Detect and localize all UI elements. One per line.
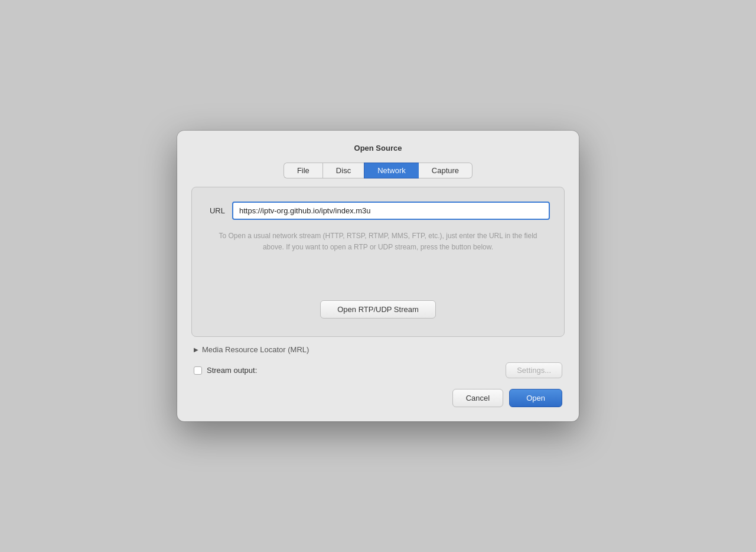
stream-output-row: Stream output: Settings... xyxy=(191,362,565,378)
tab-network[interactable]: Network xyxy=(364,163,419,178)
url-input[interactable] xyxy=(232,202,550,220)
tabs-row: File Disc Network Capture xyxy=(191,163,565,178)
hint-text: To Open a usual network stream (HTTP, RT… xyxy=(206,230,550,253)
url-row: URL xyxy=(206,202,550,220)
action-row: Cancel Open xyxy=(191,389,565,407)
stream-output-label: Stream output: xyxy=(207,366,257,375)
stream-left: Stream output: xyxy=(194,366,257,375)
mrl-label: Media Resource Locator (MRL) xyxy=(202,345,309,354)
dialog-title: Open Source xyxy=(354,144,402,152)
title-bar: Open Source xyxy=(191,142,565,153)
network-panel: URL To Open a usual network stream (HTTP… xyxy=(191,187,565,337)
mrl-triangle-icon: ▶ xyxy=(194,346,198,353)
dialog: Open Source File Disc Network Capture UR… xyxy=(177,131,579,421)
tab-disc[interactable]: Disc xyxy=(322,163,364,178)
stream-output-checkbox[interactable] xyxy=(194,366,202,375)
url-label: URL xyxy=(206,206,225,215)
open-button[interactable]: Open xyxy=(509,389,562,407)
open-rtp-udp-button[interactable]: Open RTP/UDP Stream xyxy=(320,300,436,319)
settings-button[interactable]: Settings... xyxy=(506,362,562,378)
mrl-row[interactable]: ▶ Media Resource Locator (MRL) xyxy=(191,345,565,354)
tab-capture[interactable]: Capture xyxy=(419,163,472,178)
cancel-button[interactable]: Cancel xyxy=(452,389,503,407)
rtp-btn-row: Open RTP/UDP Stream xyxy=(206,300,550,319)
tab-file[interactable]: File xyxy=(284,163,322,178)
